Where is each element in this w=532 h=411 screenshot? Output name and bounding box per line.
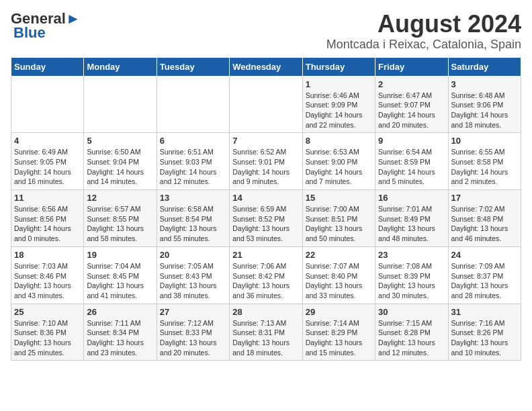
day-number: 5 [87, 136, 153, 146]
day-number: 8 [306, 136, 372, 146]
day-info: Sunrise: 7:16 AM Sunset: 8:26 PM Dayligh… [451, 318, 518, 358]
day-cell: 20Sunrise: 7:05 AM Sunset: 8:43 PM Dayli… [157, 246, 229, 304]
day-cell [11, 76, 84, 133]
day-cell: 17Sunrise: 7:02 AM Sunset: 8:48 PM Dayli… [448, 190, 521, 247]
day-number: 15 [306, 193, 372, 203]
header-saturday: Saturday [448, 57, 521, 76]
day-cell: 27Sunrise: 7:12 AM Sunset: 8:33 PM Dayli… [157, 304, 229, 361]
day-number: 13 [160, 193, 226, 203]
day-info: Sunrise: 7:09 AM Sunset: 8:37 PM Dayligh… [451, 261, 518, 301]
day-cell: 23Sunrise: 7:08 AM Sunset: 8:39 PM Dayli… [375, 246, 448, 304]
header-thursday: Thursday [302, 57, 375, 76]
header-wednesday: Wednesday [230, 57, 302, 76]
day-info: Sunrise: 6:55 AM Sunset: 8:58 PM Dayligh… [451, 147, 518, 187]
logo-blue: Blue [13, 24, 46, 42]
title-block: August 2024 Montcada i Reixac, Catalonia… [326, 11, 521, 52]
day-cell [157, 76, 229, 133]
day-number: 27 [160, 307, 226, 317]
week-row-4: 18Sunrise: 7:03 AM Sunset: 8:46 PM Dayli… [11, 246, 521, 304]
day-info: Sunrise: 6:50 AM Sunset: 9:04 PM Dayligh… [87, 147, 153, 187]
day-number: 31 [451, 307, 518, 317]
day-info: Sunrise: 6:46 AM Sunset: 9:09 PM Dayligh… [306, 91, 372, 130]
day-info: Sunrise: 7:04 AM Sunset: 8:45 PM Dayligh… [87, 261, 153, 301]
day-cell: 24Sunrise: 7:09 AM Sunset: 8:37 PM Dayli… [448, 246, 521, 304]
day-info: Sunrise: 7:02 AM Sunset: 8:48 PM Dayligh… [451, 204, 518, 244]
day-cell: 3Sunrise: 6:48 AM Sunset: 9:06 PM Daylig… [448, 76, 521, 133]
day-info: Sunrise: 7:15 AM Sunset: 8:28 PM Dayligh… [378, 318, 445, 358]
day-info: Sunrise: 7:11 AM Sunset: 8:34 PM Dayligh… [87, 318, 153, 358]
day-number: 7 [232, 136, 299, 146]
day-info: Sunrise: 7:07 AM Sunset: 8:40 PM Dayligh… [306, 261, 372, 301]
day-cell: 15Sunrise: 7:00 AM Sunset: 8:51 PM Dayli… [302, 190, 375, 247]
week-row-1: 1Sunrise: 6:46 AM Sunset: 9:09 PM Daylig… [11, 76, 521, 133]
day-cell: 28Sunrise: 7:13 AM Sunset: 8:31 PM Dayli… [230, 304, 302, 361]
day-number: 24 [451, 250, 518, 260]
page-header: General► Blue August 2024 Montcada i Rei… [11, 11, 521, 52]
day-number: 29 [306, 307, 372, 317]
header-sunday: Sunday [11, 57, 84, 76]
day-info: Sunrise: 6:58 AM Sunset: 8:54 PM Dayligh… [160, 204, 226, 244]
day-number: 28 [232, 307, 299, 317]
logo: General► Blue [11, 11, 81, 42]
day-cell: 21Sunrise: 7:06 AM Sunset: 8:42 PM Dayli… [230, 246, 302, 304]
day-number: 3 [451, 79, 518, 89]
day-cell: 30Sunrise: 7:15 AM Sunset: 8:28 PM Dayli… [375, 304, 448, 361]
day-number: 11 [14, 193, 81, 203]
day-info: Sunrise: 6:57 AM Sunset: 8:55 PM Dayligh… [87, 204, 153, 244]
day-info: Sunrise: 6:49 AM Sunset: 9:05 PM Dayligh… [14, 147, 81, 187]
day-cell: 4Sunrise: 6:49 AM Sunset: 9:05 PM Daylig… [11, 133, 84, 190]
day-number: 9 [378, 136, 445, 146]
day-info: Sunrise: 6:48 AM Sunset: 9:06 PM Dayligh… [451, 91, 518, 130]
day-cell: 11Sunrise: 6:56 AM Sunset: 8:56 PM Dayli… [11, 190, 84, 247]
day-number: 23 [378, 250, 445, 260]
header-monday: Monday [84, 57, 157, 76]
page-title: August 2024 [326, 11, 521, 38]
day-number: 26 [87, 307, 153, 317]
day-number: 2 [378, 79, 445, 89]
day-info: Sunrise: 7:13 AM Sunset: 8:31 PM Dayligh… [232, 318, 299, 358]
day-cell: 7Sunrise: 6:52 AM Sunset: 9:01 PM Daylig… [230, 133, 302, 190]
day-number: 25 [14, 307, 81, 317]
day-cell [230, 76, 302, 133]
day-info: Sunrise: 6:52 AM Sunset: 9:01 PM Dayligh… [232, 147, 299, 187]
day-info: Sunrise: 6:51 AM Sunset: 9:03 PM Dayligh… [160, 147, 226, 187]
day-info: Sunrise: 6:56 AM Sunset: 8:56 PM Dayligh… [14, 204, 81, 244]
day-info: Sunrise: 7:12 AM Sunset: 8:33 PM Dayligh… [160, 318, 226, 358]
day-cell: 8Sunrise: 6:53 AM Sunset: 9:00 PM Daylig… [302, 133, 375, 190]
week-row-5: 25Sunrise: 7:10 AM Sunset: 8:36 PM Dayli… [11, 304, 521, 361]
day-cell [84, 76, 157, 133]
week-row-2: 4Sunrise: 6:49 AM Sunset: 9:05 PM Daylig… [11, 133, 521, 190]
day-info: Sunrise: 7:01 AM Sunset: 8:49 PM Dayligh… [378, 204, 445, 244]
day-cell: 13Sunrise: 6:58 AM Sunset: 8:54 PM Dayli… [157, 190, 229, 247]
day-cell: 29Sunrise: 7:14 AM Sunset: 8:29 PM Dayli… [302, 304, 375, 361]
day-number: 6 [160, 136, 226, 146]
day-info: Sunrise: 6:47 AM Sunset: 9:07 PM Dayligh… [378, 91, 445, 130]
day-cell: 18Sunrise: 7:03 AM Sunset: 8:46 PM Dayli… [11, 246, 84, 304]
day-number: 20 [160, 250, 226, 260]
day-cell: 6Sunrise: 6:51 AM Sunset: 9:03 PM Daylig… [157, 133, 229, 190]
day-info: Sunrise: 6:53 AM Sunset: 9:00 PM Dayligh… [306, 147, 372, 187]
day-cell: 9Sunrise: 6:54 AM Sunset: 8:59 PM Daylig… [375, 133, 448, 190]
day-info: Sunrise: 7:00 AM Sunset: 8:51 PM Dayligh… [306, 204, 372, 244]
day-info: Sunrise: 7:08 AM Sunset: 8:39 PM Dayligh… [378, 261, 445, 301]
day-cell: 12Sunrise: 6:57 AM Sunset: 8:55 PM Dayli… [84, 190, 157, 247]
day-cell: 16Sunrise: 7:01 AM Sunset: 8:49 PM Dayli… [375, 190, 448, 247]
day-info: Sunrise: 6:54 AM Sunset: 8:59 PM Dayligh… [378, 147, 445, 187]
day-info: Sunrise: 7:05 AM Sunset: 8:43 PM Dayligh… [160, 261, 226, 301]
day-number: 21 [232, 250, 299, 260]
calendar-table: SundayMondayTuesdayWednesdayThursdayFrid… [11, 57, 521, 361]
header-tuesday: Tuesday [157, 57, 229, 76]
day-number: 30 [378, 307, 445, 317]
day-cell: 31Sunrise: 7:16 AM Sunset: 8:26 PM Dayli… [448, 304, 521, 361]
header-friday: Friday [375, 57, 448, 76]
day-info: Sunrise: 6:59 AM Sunset: 8:52 PM Dayligh… [232, 204, 299, 244]
day-cell: 26Sunrise: 7:11 AM Sunset: 8:34 PM Dayli… [84, 304, 157, 361]
day-number: 1 [306, 79, 372, 89]
day-number: 10 [451, 136, 518, 146]
day-info: Sunrise: 7:10 AM Sunset: 8:36 PM Dayligh… [14, 318, 81, 358]
day-number: 22 [306, 250, 372, 260]
page-subtitle: Montcada i Reixac, Catalonia, Spain [326, 38, 521, 52]
day-number: 4 [14, 136, 81, 146]
day-info: Sunrise: 7:03 AM Sunset: 8:46 PM Dayligh… [14, 261, 81, 301]
day-cell: 25Sunrise: 7:10 AM Sunset: 8:36 PM Dayli… [11, 304, 84, 361]
